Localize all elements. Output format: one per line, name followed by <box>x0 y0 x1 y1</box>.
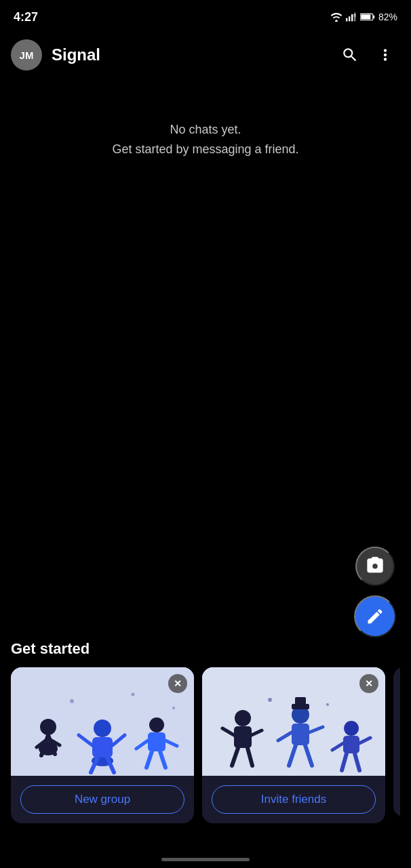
battery-icon <box>360 13 375 21</box>
wifi-icon <box>330 12 342 22</box>
status-time: 4:27 <box>14 10 38 24</box>
avatar[interactable]: JM <box>11 39 42 71</box>
battery-level: 82% <box>378 12 397 22</box>
invite-friends-card: ✕ Invite friends <box>202 667 385 823</box>
svg-rect-34 <box>234 726 252 748</box>
invite-friends-illustration <box>202 667 385 776</box>
svg-point-29 <box>70 699 74 703</box>
svg-rect-3 <box>351 14 353 21</box>
get-started-title: Get started <box>11 640 400 658</box>
svg-rect-18 <box>92 737 113 757</box>
header-actions <box>335 40 400 70</box>
svg-point-0 <box>335 20 338 22</box>
new-group-illustration <box>11 667 194 776</box>
svg-rect-48 <box>343 736 359 753</box>
svg-point-47 <box>344 721 359 736</box>
svg-text:R: R <box>353 14 356 18</box>
camera-icon <box>366 557 385 576</box>
svg-rect-41 <box>295 697 306 707</box>
svg-point-54 <box>326 703 329 706</box>
app-title: Signal <box>52 45 326 64</box>
new-group-label: New group <box>75 793 130 806</box>
new-group-button[interactable]: New group <box>11 776 194 823</box>
home-indicator <box>161 858 250 861</box>
signal-icon: R <box>346 12 357 22</box>
svg-rect-24 <box>148 732 165 751</box>
third-card-partial <box>393 667 400 816</box>
empty-state: No chats yet. Get started by messaging a… <box>0 79 411 173</box>
svg-point-30 <box>132 693 135 696</box>
new-group-card-image: ✕ <box>11 667 194 776</box>
camera-fab-button[interactable] <box>355 547 395 586</box>
svg-point-53 <box>268 698 272 702</box>
status-icons: R 82% <box>330 12 397 22</box>
svg-rect-42 <box>292 724 309 745</box>
app-bar: JM Signal <box>0 31 411 79</box>
empty-line1: No chats yet. <box>170 123 241 136</box>
fab-container <box>354 547 396 637</box>
empty-line2: Get started by messaging a friend. <box>112 142 298 156</box>
empty-state-text: No chats yet. Get started by messaging a… <box>112 120 298 159</box>
invite-friends-label: Invite friends <box>261 793 326 806</box>
cards-row: ✕ New group <box>11 667 400 823</box>
svg-rect-7 <box>373 16 374 19</box>
invite-friends-card-image: ✕ <box>202 667 385 776</box>
svg-point-31 <box>172 707 175 709</box>
new-group-close-button[interactable]: ✕ <box>168 674 187 693</box>
svg-point-23 <box>149 717 164 732</box>
svg-point-33 <box>235 710 251 726</box>
more-options-button[interactable] <box>370 40 400 70</box>
invite-friends-close-button[interactable]: ✕ <box>359 674 378 693</box>
svg-rect-2 <box>349 16 350 21</box>
invite-friends-button[interactable]: Invite friends <box>202 776 385 823</box>
new-group-card: ✕ New group <box>11 667 194 823</box>
status-bar: 4:27 R 82% <box>0 0 411 31</box>
svg-rect-8 <box>361 14 370 19</box>
get-started-section: Get started <box>0 640 411 834</box>
compose-fab-button[interactable] <box>354 595 396 637</box>
svg-rect-1 <box>346 18 347 22</box>
svg-point-17 <box>94 719 111 737</box>
search-icon <box>341 46 359 64</box>
edit-icon <box>366 607 385 626</box>
search-button[interactable] <box>335 40 365 70</box>
more-vert-icon <box>376 46 394 64</box>
svg-point-11 <box>40 719 56 735</box>
